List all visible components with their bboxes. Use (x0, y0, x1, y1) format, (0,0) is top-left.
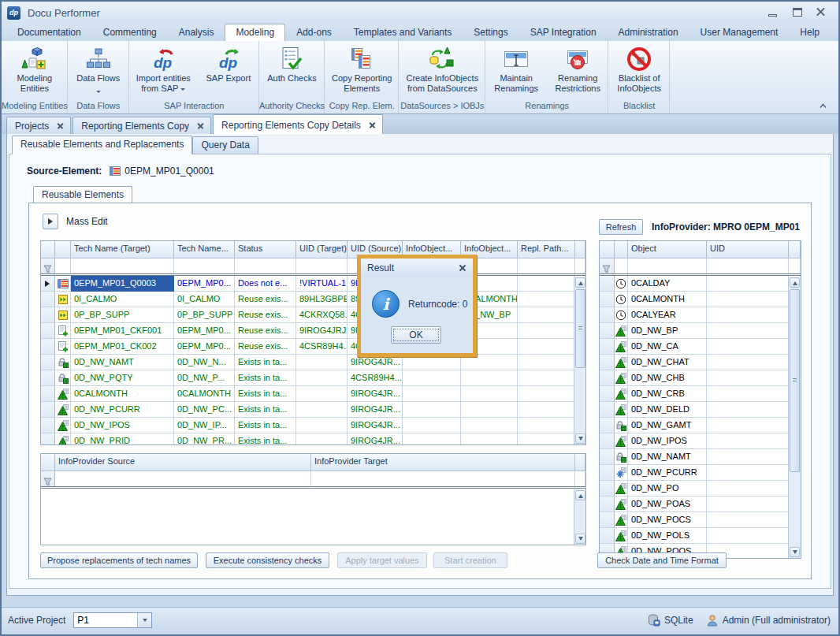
cell[interactable] (403, 370, 461, 386)
cell[interactable]: 0EPM_MP0... (174, 276, 235, 292)
cell[interactable] (518, 355, 575, 370)
cell[interactable] (296, 418, 348, 433)
cell[interactable]: Exists in ta... (235, 433, 296, 445)
cell[interactable]: !VIRTUAL-1 (296, 276, 348, 292)
cell[interactable]: 9IROG4JR... (348, 386, 403, 402)
cell[interactable]: 0CALDAY (628, 276, 707, 292)
grid-column-header[interactable]: Tech Name (Target) (71, 241, 174, 258)
ribbon-button-create-infoobjects-from-datasources[interactable]: Create InfoObjects from DataSources (399, 45, 485, 94)
cell[interactable]: 0D_NW_NAMT (628, 449, 707, 465)
cell[interactable]: 0CALMONTH (628, 292, 707, 307)
cell[interactable]: 0D_NW_POLS (628, 528, 707, 544)
cell[interactable]: Reuse exis... (235, 292, 296, 307)
grid-column-header[interactable]: Status (235, 241, 296, 258)
table-row[interactable]: 0D_NW_IPOS (600, 433, 801, 449)
table-row[interactable]: 0D_NW_PQTY0D_NW_P...Exists in ta...4CSR8… (41, 370, 585, 386)
cell[interactable]: 0D_NW_CHAT (628, 355, 707, 370)
cell[interactable]: 0D_NW_CA (628, 339, 707, 355)
cell[interactable]: 0D_NW_PO (628, 481, 707, 497)
cell[interactable] (707, 449, 789, 465)
filter-cell[interactable] (296, 258, 348, 273)
infoprovider-objects-grid[interactable]: ObjectUID0CALDAY0CALMONTH0CALYEAR0D_NW_B… (599, 240, 801, 559)
cell[interactable]: 0EPM_MP01_CK002 (71, 339, 174, 355)
cell[interactable] (403, 402, 461, 418)
mass-edit-expander-button[interactable] (43, 214, 58, 229)
cell[interactable] (296, 355, 348, 370)
filter-cell[interactable] (55, 471, 311, 486)
menu-tab-sap-integration[interactable]: SAP Integration (519, 24, 608, 41)
table-row[interactable]: 0CALDAY (600, 276, 801, 292)
cell[interactable]: Exists in ta... (235, 386, 296, 402)
document-tab-reporting-elements-copy-details[interactable]: Reporting Elements Copy Details (213, 114, 383, 134)
action-button-execute-consistency-checks[interactable]: Execute consistency checks (206, 552, 329, 568)
cell[interactable] (518, 386, 575, 402)
grid-column-header[interactable]: InfoProvider Source (55, 454, 311, 471)
infoprovider-mapping-grid[interactable]: InfoProvider SourceInfoProvider Target (40, 453, 586, 545)
cell[interactable]: 4CSR89H4... (296, 339, 348, 355)
table-row[interactable]: 0D_NW_BP (600, 323, 801, 339)
filter-cell[interactable] (311, 471, 575, 486)
tab-close-icon[interactable] (57, 122, 64, 129)
menu-tab-administration[interactable]: Administration (608, 24, 689, 41)
document-tab-projects[interactable]: Projects (6, 117, 71, 134)
filter-cell[interactable] (707, 258, 789, 273)
ribbon-button-sap-export[interactable]: dpSAP Export (198, 45, 259, 84)
cell[interactable] (707, 307, 789, 323)
cell[interactable]: 0CALMONTH (71, 386, 174, 402)
grid-filter-row[interactable] (41, 258, 585, 276)
cell[interactable] (461, 433, 518, 445)
vertical-scrollbar[interactable] (574, 277, 586, 444)
menu-tab-user-management[interactable]: User Management (689, 24, 790, 41)
combo-dropdown-icon[interactable] (137, 613, 151, 627)
filter-cell[interactable] (615, 258, 628, 273)
cell[interactable]: 0D_NW_DELD (628, 402, 707, 418)
cell[interactable]: Reuse exis... (235, 323, 296, 339)
cell[interactable] (707, 481, 789, 497)
table-row[interactable]: 0CALMONTH0CALMONTHExists in ta...9IROG4J… (41, 386, 585, 402)
cell[interactable] (707, 276, 789, 292)
table-row[interactable]: 0D_NW_PCURR0D_NW_PC...Exists in ta...9IR… (41, 402, 585, 418)
table-row[interactable]: 0EPM_MP01_Q00030EPM_MP0...Does not e...!… (41, 276, 585, 292)
cell[interactable] (707, 528, 789, 544)
cell[interactable]: 0D_NW_BP (628, 323, 707, 339)
cell[interactable]: Reuse exis... (235, 339, 296, 355)
dialog-ok-button[interactable]: OK (391, 326, 441, 344)
table-row[interactable]: 0D_NW_PO (600, 481, 801, 497)
tab-reusable-elements[interactable]: Reusable Elements (33, 186, 132, 203)
cell[interactable] (518, 323, 575, 339)
table-row[interactable]: 0D_NW_DELD (600, 402, 801, 418)
cell[interactable]: Does not e... (235, 276, 296, 292)
grid-filter-row[interactable] (41, 471, 585, 489)
table-row[interactable]: 0D_NW_NAMT0D_NW_N...Exists in ta...9IROG… (41, 355, 585, 370)
table-row[interactable]: 0D_NW_CA (600, 339, 801, 355)
filter-cell[interactable] (71, 258, 174, 273)
cell[interactable] (461, 355, 518, 370)
cell[interactable]: 9IROG4JR... (348, 418, 403, 433)
ribbon-button-maintain-renamings[interactable]: Maintain Renamings (485, 45, 547, 94)
sub-tab-reusable-elements-and-replacements[interactable]: Reusable Elements and Replacements (12, 136, 192, 154)
cell[interactable] (403, 433, 461, 445)
cell[interactable]: 0D_NW_PCURR (628, 465, 707, 481)
cell[interactable] (461, 402, 518, 418)
cell[interactable]: 0D_NW_POAS (628, 497, 707, 512)
action-button-propose-replacements-of-tech-names[interactable]: Propose replacements of tech names (40, 552, 198, 568)
cell[interactable] (518, 370, 575, 386)
ribbon-button-auth-checks[interactable]: Auth Checks (260, 45, 323, 84)
table-row[interactable]: 0D_NW_PCURR (600, 465, 801, 481)
menu-tab-commenting[interactable]: Commenting (92, 24, 168, 41)
dialog-title-bar[interactable]: Result (361, 258, 473, 277)
table-row[interactable]: 0D_NW_CHAT (600, 355, 801, 370)
cell[interactable]: 0D_NW_PCURR (71, 402, 174, 418)
ribbon-button-data-flows[interactable]: Data Flows (68, 45, 129, 98)
cell[interactable] (403, 418, 461, 433)
cell[interactable]: 0D_NW_NAMT (71, 355, 174, 370)
cell[interactable] (296, 370, 348, 386)
cell[interactable]: 0EPM_MP0... (174, 323, 235, 339)
cell[interactable]: 0CALYEAR (628, 307, 707, 323)
cell[interactable] (296, 402, 348, 418)
cell[interactable] (518, 339, 575, 355)
cell[interactable]: 0D_NW_POCS (628, 512, 707, 528)
menu-tab-analysis[interactable]: Analysis (168, 24, 225, 41)
table-row[interactable]: 0P_BP_SUPP0P_BP_SUPPReuse exis...4CKRXQ5… (41, 307, 585, 323)
cell[interactable]: 89HL3GBPE... (296, 292, 348, 307)
